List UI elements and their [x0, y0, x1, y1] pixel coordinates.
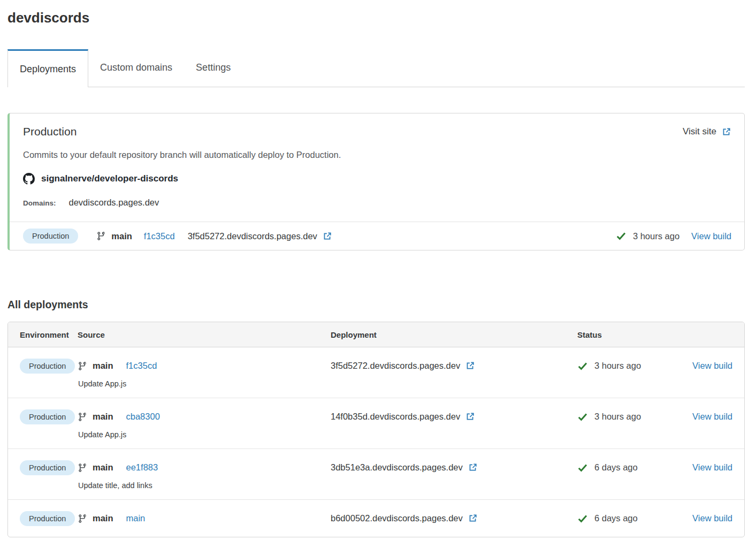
table-row: Production main ee1f883 Update title, ad…: [8, 449, 744, 500]
column-header-status: Status: [577, 330, 732, 339]
success-check-icon: [577, 462, 588, 473]
deployment-cell: 3db51e3a.devdiscords.pages.dev: [331, 459, 577, 476]
production-card: Production Visit site Commits to your de…: [7, 113, 745, 250]
external-link-icon[interactable]: [468, 513, 478, 523]
status-cell: 6 days ago: [577, 459, 692, 476]
source-group: main f1c35cd: [96, 231, 174, 241]
source-group: main ee1f883: [78, 459, 331, 476]
view-build-link[interactable]: View build: [692, 412, 732, 422]
tab-bar: Deployments Custom domains Settings: [7, 49, 745, 87]
view-build-link[interactable]: View build: [692, 462, 732, 473]
success-check-icon: [577, 513, 588, 524]
action-cell: View build: [692, 357, 732, 375]
column-header-deployment: Deployment: [331, 330, 577, 339]
deployment-url: 3f5d5272.devdiscords.pages.dev: [188, 231, 317, 241]
status-time: 6 days ago: [594, 513, 638, 523]
external-link-icon[interactable]: [465, 361, 475, 371]
source-group: main main: [78, 510, 331, 527]
branch-name: main: [93, 412, 113, 422]
deployments-table: Environment Source Deployment Status Pro…: [7, 322, 745, 537]
source-group: main f1c35cd: [78, 357, 331, 375]
status-group: 3 hours ago: [616, 231, 679, 241]
page-title: devdiscords: [7, 10, 745, 26]
domains-row: Domains: devdiscords.pages.dev: [23, 197, 731, 208]
git-branch-icon: [78, 361, 87, 371]
git-branch-icon: [78, 514, 87, 523]
tab-deployments[interactable]: Deployments: [7, 49, 88, 87]
deployment-cell: 14f0b35d.devdiscords.pages.dev: [331, 408, 577, 425]
all-deployments-heading: All deployments: [7, 299, 745, 311]
environment-badge: Production: [20, 511, 75, 526]
view-build-link[interactable]: View build: [692, 361, 732, 371]
view-build-link[interactable]: View build: [692, 513, 732, 523]
tab-custom-domains[interactable]: Custom domains: [88, 49, 184, 87]
action-cell: View build: [692, 510, 732, 527]
status-cell: 3 hours ago: [577, 357, 692, 375]
status-time: 3 hours ago: [594, 361, 641, 371]
repository-name[interactable]: signalnerve/developer-discords: [41, 173, 178, 184]
deployment-url-group: 3f5d5272.devdiscords.pages.dev: [188, 231, 332, 241]
branch-name: main: [93, 462, 113, 473]
branch-name: main: [93, 361, 113, 371]
production-card-title: Production: [23, 125, 77, 138]
status-time: 3 hours ago: [594, 412, 641, 422]
deployment-cell: 3f5d5272.devdiscords.pages.dev: [331, 357, 577, 375]
tab-settings[interactable]: Settings: [184, 49, 242, 87]
environment-badge: Production: [23, 229, 78, 244]
table-row: Production main cba8300 Update App.js 14…: [8, 398, 744, 449]
action-cell: View build: [692, 408, 732, 425]
production-deployment-row: Production main f1c35cd 3f5d5272.devdisc…: [10, 222, 744, 250]
status-time: 3 hours ago: [633, 231, 679, 241]
production-card-body: Production Visit site Commits to your de…: [10, 113, 744, 222]
git-branch-icon: [78, 463, 87, 473]
table-row: Production main main b6d00502.devdiscord…: [8, 500, 744, 537]
tab-custom-domains-label: Custom domains: [100, 62, 172, 73]
success-check-icon: [616, 231, 627, 241]
source-cell: main cba8300 Update App.js: [78, 408, 331, 439]
git-branch-icon: [96, 231, 106, 241]
deployment-cell: b6d00502.devdiscords.pages.dev: [331, 510, 577, 527]
commit-message: Update App.js: [78, 430, 331, 439]
branch-name: main: [111, 231, 132, 241]
visit-site-label: Visit site: [683, 126, 716, 137]
external-link-icon[interactable]: [322, 231, 332, 241]
status-time: 6 days ago: [594, 462, 638, 473]
source-cell: main ee1f883 Update title, add links: [78, 459, 331, 490]
table-row: Production main f1c35cd Update App.js 3f…: [8, 347, 744, 398]
commit-link[interactable]: main: [126, 513, 146, 523]
commit-link[interactable]: f1c35cd: [144, 231, 175, 241]
source-cell: main main: [78, 510, 331, 527]
column-header-environment: Environment: [20, 330, 78, 339]
deployment-url: b6d00502.devdiscords.pages.dev: [331, 513, 463, 523]
deployment-url: 3db51e3a.devdiscords.pages.dev: [331, 462, 463, 473]
external-link-icon: [721, 127, 731, 137]
deployments-table-header: Environment Source Deployment Status: [8, 322, 744, 347]
environment-badge: Production: [20, 359, 75, 374]
environment-cell: Production: [20, 459, 78, 476]
production-deployment-info: Production main f1c35cd 3f5d5272.devdisc…: [23, 229, 332, 244]
repository-row: signalnerve/developer-discords: [23, 173, 731, 185]
visit-site-link[interactable]: Visit site: [683, 126, 731, 137]
commit-link[interactable]: ee1f883: [126, 462, 158, 473]
source-group: main cba8300: [78, 408, 331, 425]
environment-cell: Production: [20, 408, 78, 425]
action-cell: View build: [692, 459, 732, 476]
success-check-icon: [577, 361, 588, 371]
production-deployment-status: 3 hours ago View build: [616, 231, 731, 241]
production-description: Commits to your default repository branc…: [23, 150, 731, 160]
tab-settings-label: Settings: [196, 62, 231, 73]
environment-badge: Production: [20, 409, 75, 424]
production-card-header: Production Visit site: [23, 125, 731, 138]
commit-link[interactable]: cba8300: [126, 412, 160, 422]
external-link-icon[interactable]: [468, 462, 478, 473]
status-cell: 3 hours ago: [577, 408, 692, 425]
view-build-link[interactable]: View build: [691, 231, 731, 241]
column-header-source: Source: [78, 330, 331, 339]
success-check-icon: [577, 412, 588, 422]
commit-link[interactable]: f1c35cd: [126, 361, 157, 371]
deployment-url: 14f0b35d.devdiscords.pages.dev: [331, 412, 460, 422]
domains-label: Domains:: [23, 199, 56, 207]
source-cell: main f1c35cd Update App.js: [78, 357, 331, 388]
tab-deployments-label: Deployments: [20, 64, 76, 75]
external-link-icon[interactable]: [465, 412, 475, 422]
